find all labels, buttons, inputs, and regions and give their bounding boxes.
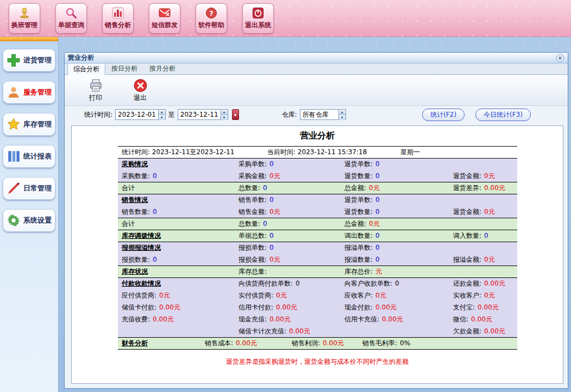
main-area: 营业分析 综合分析按日分析按月分析 打印 退出 统计时间:: [59, 37, 571, 392]
printer-icon: [89, 78, 103, 93]
report-cell: 当前时间: 2023-12-11 15:37:18: [263, 148, 397, 157]
tab-2[interactable]: 按月分析: [143, 62, 181, 74]
sidebar-accent-bar: [0, 37, 58, 41]
report-row: 库存调拨情况单据总数:0调出数量:0调入数量:0: [118, 230, 517, 242]
report-cell: 现金充值:0.00元: [235, 315, 341, 324]
report-row: 采购情况采购单数:0退货单数:0: [118, 158, 517, 170]
report-cell: 报损单数:0: [235, 243, 341, 252]
report-cell: 实付供货商:0元: [235, 291, 341, 300]
top-toolbar: 换班管理单据查询销售分析短信群发?软件帮助退出系统: [0, 0, 571, 37]
report-cell: 报损金额:0元: [235, 255, 341, 264]
report-cell: 储值卡付款:0.00元: [118, 303, 235, 312]
sales-analysis-button[interactable]: 销售分析: [102, 3, 134, 34]
today-stat-f3-button[interactable]: 今日统计(F3): [475, 109, 531, 121]
report-row: 付款收款情况向供货商付款单数:0向客户收款单数:0还款金额:0.00元: [118, 277, 517, 289]
toolbar-button-label: 单据查询: [58, 21, 84, 30]
sidebar-menu: 进货管理服务管理库存管理统计报表日常管理系统设置: [0, 49, 58, 232]
report-cell: 充值收费:0.00元: [118, 315, 235, 324]
exit-button[interactable]: 退出: [124, 78, 156, 103]
sidebar-item-label: 库存管理: [23, 119, 52, 129]
report-table: 统计时间: 2023-12-11至2023-12-11当前时间: 2023-12…: [118, 146, 517, 350]
report-row: 销售情况销售单数:0退货单数:0: [118, 194, 517, 206]
report-cell: 退货单数:0: [341, 160, 449, 169]
report-row: 合计总数量:0总金额:0元退货差异:0.00元: [118, 182, 517, 194]
report-cell: 微信:0.00元: [449, 315, 517, 324]
report-cell: 信用卡充值:0.00元: [341, 315, 449, 324]
spinner-down-icon[interactable]: ▼: [159, 115, 165, 120]
toolbar-button-label: 换班管理: [11, 21, 37, 30]
report-row: 储值卡付款:0.00元信用卡付款:0.00元现金付款:0.00元支付宝:0.00…: [118, 301, 517, 313]
exit-system-button[interactable]: 退出系统: [242, 3, 274, 34]
date-to-spinner[interactable]: ▲▼: [221, 110, 228, 119]
toolbar-button-label: 软件帮助: [198, 21, 224, 30]
report-cell: 支付宝:0.00元: [449, 303, 517, 312]
person-icon: [7, 85, 21, 99]
stat-f2-button[interactable]: 统计(F2): [422, 109, 465, 121]
sidebar-item-inventory[interactable]: 库存管理: [3, 113, 55, 136]
report-cell: 应付供货商:0元: [118, 291, 235, 300]
report-cell: 统计时间: 2023-12-11至2023-12-11: [118, 148, 263, 157]
spinner-up-icon[interactable]: ▲: [339, 110, 346, 115]
report-cell: 退货数量:0: [341, 207, 449, 217]
report-cell: 销售数量:0: [118, 207, 235, 217]
tab-0[interactable]: 综合分析: [67, 63, 105, 75]
spinner-down-icon[interactable]: ▼: [221, 115, 228, 120]
report-cell: 退货单数:0: [341, 195, 449, 205]
report-cell: 采购单数:0: [235, 160, 341, 169]
chevron-down-icon: ▼: [234, 113, 237, 117]
report-row: 统计时间: 2023-12-11至2023-12-11当前时间: 2023-12…: [118, 146, 517, 158]
report-row: 采购数量:0采购金额:0元退货数量:0退货金额:0元: [118, 170, 517, 182]
report-row: 销售数量:0销售金额:0元退货数量:0退货金额:0元: [118, 206, 517, 218]
toolbar-button-label: 销售分析: [105, 21, 131, 30]
report-cell: 销售毛利率:0%: [359, 339, 517, 348]
report-cell: 销售金额:0元: [235, 207, 341, 217]
warehouse-spinner[interactable]: ▲▼: [338, 110, 346, 119]
warehouse-select[interactable]: 所有仓库 ▲▼: [300, 109, 346, 120]
report-row: 合计总数量:0总金额:0元: [118, 218, 517, 230]
sidebar-item-purchase[interactable]: 进货管理: [3, 49, 55, 72]
shift-manage-button[interactable]: 换班管理: [9, 3, 40, 34]
date-to-input[interactable]: 2023-12-11 ▲▼: [178, 109, 228, 120]
software-help-button[interactable]: ?软件帮助: [196, 3, 227, 34]
svg-text:?: ?: [209, 9, 214, 17]
plus-icon: [7, 53, 21, 67]
sidebar-item-reports[interactable]: 统计报表: [3, 145, 55, 168]
report-cell: 信用卡付款:0.00元: [235, 303, 341, 312]
power-icon: [252, 7, 265, 20]
tab-1[interactable]: 按日分析: [105, 62, 143, 74]
sms-broadcast-button[interactable]: 短信群发: [149, 3, 180, 34]
report-cell: 销售情况: [118, 195, 235, 205]
window-toolbar: 打印 退出: [65, 75, 568, 106]
report-cell: 还款金额:0.00元: [449, 279, 517, 288]
report-cell: 报溢单数:0: [341, 243, 449, 252]
report-cell: 库存调拨情况: [118, 231, 235, 241]
report-cell: 财务分析: [118, 339, 201, 348]
bars-icon: [7, 149, 21, 163]
sidebar-item-service[interactable]: 服务管理: [3, 81, 55, 104]
date-from-spinner[interactable]: ▲▼: [158, 110, 165, 119]
date-from-input[interactable]: 2023-12-01 ▲▼: [115, 109, 166, 120]
report-cell: 合计: [118, 184, 235, 193]
report-cell: 报损报溢情况: [118, 243, 235, 252]
tab-bar: 综合分析按日分析按月分析: [65, 64, 568, 75]
report-cell: 付款收款情况: [118, 279, 235, 288]
sidebar-item-settings[interactable]: 系统设置: [3, 209, 55, 232]
report-row: 报损数量:0报损金额:0元报溢数量:0报溢金额:0元: [118, 254, 517, 265]
search-icon: [65, 7, 78, 20]
report-cell: 欠款金额:0.00元: [449, 327, 517, 336]
sidebar-item-daily[interactable]: 日常管理: [3, 177, 55, 200]
spinner-down-icon[interactable]: ▼: [339, 115, 346, 120]
report-cell: 库存总价:元: [341, 267, 449, 276]
report-cell: 总数量:0: [235, 184, 341, 193]
report-cell: 采购数量:0: [118, 172, 235, 181]
report-cell: 采购情况: [118, 160, 235, 169]
doc-query-button[interactable]: 单据查询: [55, 3, 87, 34]
print-button[interactable]: 打印: [80, 78, 111, 103]
report-cell: 退货差异:0.00元: [449, 184, 517, 193]
spinner-up-icon[interactable]: ▲: [159, 110, 165, 115]
report-cell: 向客户收款单数:0: [341, 279, 449, 288]
spinner-up-icon[interactable]: ▲: [221, 110, 228, 115]
stat-buttons: 统计(F2) 今日统计(F3): [422, 109, 531, 121]
close-button[interactable]: [556, 54, 564, 62]
date-dropdown-button[interactable]: ▼: [232, 109, 239, 120]
